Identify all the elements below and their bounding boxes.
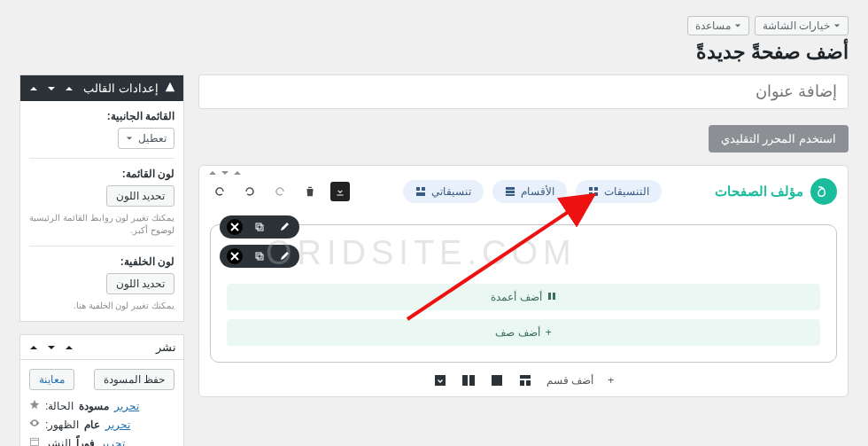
menu-color-hint: يمكنك تغيير لون روابط القائمة الرئيسية ل…: [29, 212, 174, 237]
eye-icon: [29, 418, 40, 431]
svg-rect-8: [589, 192, 593, 196]
layout-option-full[interactable]: [490, 373, 504, 387]
sidebar-field-label: القائمة الجانبية:: [29, 110, 174, 122]
collapse-toggle-icon[interactable]: [63, 341, 75, 354]
add-columns-button[interactable]: أضف أعمدة: [227, 284, 820, 310]
svg-rect-21: [520, 380, 524, 386]
publish-box: نشر معاينة حفظ المسودة تحرير مسودة: [19, 334, 184, 446]
pill-label: التنسيقات: [604, 185, 649, 198]
plus-icon: +: [608, 374, 614, 387]
preview-button[interactable]: معاينة: [29, 369, 74, 390]
screen-options-label: خيارات الشاشة: [763, 20, 830, 32]
menu-color-button[interactable]: تحديد اللون: [106, 185, 174, 207]
grid-icon: [588, 186, 599, 197]
svg-rect-17: [462, 375, 468, 386]
collapse-down-icon[interactable]: [45, 82, 58, 95]
sections-icon: [505, 186, 515, 197]
theme-box-title: إعدادات القالب: [83, 82, 159, 95]
svg-rect-3: [506, 187, 515, 190]
svg-rect-1: [422, 187, 425, 191]
add-section-label: أضف قسم: [546, 374, 593, 387]
layout-option-header[interactable]: [518, 373, 532, 387]
pill-sections[interactable]: الأقسام: [492, 180, 567, 203]
pill-label: الأقسام: [521, 185, 554, 198]
pin-icon: [29, 399, 40, 412]
svg-rect-7: [594, 187, 598, 191]
redo-alt-button[interactable]: [270, 182, 290, 201]
svg-rect-13: [258, 254, 263, 260]
bg-color-label: لون الخلفية:: [29, 255, 174, 268]
svg-rect-5: [506, 194, 515, 196]
menu-color-label: لون القائمة:: [29, 168, 174, 180]
download-button[interactable]: [330, 182, 350, 201]
close-icon[interactable]: [227, 219, 243, 235]
chevron-down-icon: [126, 135, 133, 142]
bg-color-hint: يمكنك تغيير لون الخلفية هنا.: [29, 300, 174, 312]
collapse-down-icon[interactable]: [45, 341, 58, 354]
divider: [29, 246, 174, 246]
visibility-edit-link[interactable]: تحرير: [105, 419, 130, 431]
add-columns-label: أضف أعمدة: [491, 291, 541, 303]
collapse-up-icon[interactable]: [27, 82, 40, 95]
edit-icon[interactable]: [276, 248, 292, 264]
close-icon[interactable]: [227, 248, 243, 264]
title-input[interactable]: [198, 74, 849, 109]
copy-icon[interactable]: [252, 219, 267, 235]
theme-settings-box: إعدادات القالب القائمة الجانبية: تعطيل: [19, 74, 184, 322]
svg-rect-10: [256, 223, 261, 229]
caret-down-icon: [734, 22, 741, 29]
save-draft-button[interactable]: حفظ المسودة: [94, 369, 174, 390]
svg-rect-23: [31, 438, 39, 445]
svg-rect-20: [520, 375, 531, 379]
svg-rect-11: [258, 225, 263, 231]
bg-color-button[interactable]: تحديد اللون: [106, 273, 174, 294]
collapse-toggle-icon[interactable]: [63, 82, 75, 95]
layout-option-2col[interactable]: [461, 373, 476, 387]
svg-rect-4: [506, 191, 515, 193]
section-controls: [220, 215, 299, 239]
screen-options-tab[interactable]: خيارات الشاشة: [755, 16, 849, 35]
page-title: أضف صفحةً جديدةً: [19, 41, 849, 64]
plus-icon: +: [546, 326, 552, 339]
composer-logo-icon: [810, 178, 837, 205]
undo-button[interactable]: [210, 182, 229, 201]
svg-rect-2: [416, 192, 425, 196]
svg-rect-19: [492, 375, 502, 386]
add-row-button[interactable]: + أضف صف: [227, 319, 820, 346]
svg-rect-18: [469, 375, 475, 386]
add-row-label: أضف صف: [495, 326, 539, 339]
theme-icon: [164, 81, 176, 96]
status-edit-link[interactable]: تحرير: [114, 400, 139, 412]
pill-layouts[interactable]: التنسيقات: [576, 180, 662, 203]
page-composer: مؤلف الصفحات تنسيقاتي الأقسام: [198, 165, 849, 397]
chevron-down-icon[interactable]: [221, 168, 229, 180]
collapse-up-icon[interactable]: [27, 341, 40, 354]
chevron-up-icon[interactable]: [233, 168, 242, 180]
schedule-edit-link[interactable]: تحرير: [100, 437, 125, 447]
visibility-label: الظهور:: [45, 419, 79, 431]
caret-down-icon: [833, 22, 841, 29]
layout-option-dl[interactable]: [433, 373, 447, 387]
sidebar-select[interactable]: تعطيل: [118, 128, 174, 149]
trash-button[interactable]: [300, 182, 320, 201]
sidebar-select-value: تعطيل: [138, 132, 167, 145]
svg-rect-6: [589, 187, 593, 191]
help-tab[interactable]: مساعدة: [687, 16, 749, 35]
copy-icon[interactable]: [252, 248, 267, 264]
svg-rect-14: [548, 293, 551, 300]
edit-icon[interactable]: [276, 219, 292, 235]
publish-box-title: نشر: [156, 340, 176, 354]
composer-section: section أضف أعمدة: [210, 224, 837, 363]
visibility-value: عام: [84, 419, 100, 431]
classic-editor-button[interactable]: استخدم المحرر التقليدي: [709, 125, 849, 153]
redo-button[interactable]: [240, 182, 260, 201]
svg-rect-22: [526, 380, 531, 386]
layout-icon: [415, 186, 426, 197]
status-label: الحالة:: [45, 400, 74, 412]
schedule-label: النشر: [45, 437, 71, 447]
pill-my-layouts[interactable]: تنسيقاتي: [403, 180, 484, 203]
columns-icon: [547, 291, 556, 303]
divider: [29, 158, 174, 159]
pill-label: تنسيقاتي: [431, 185, 471, 198]
chevron-up-icon[interactable]: [208, 168, 217, 180]
